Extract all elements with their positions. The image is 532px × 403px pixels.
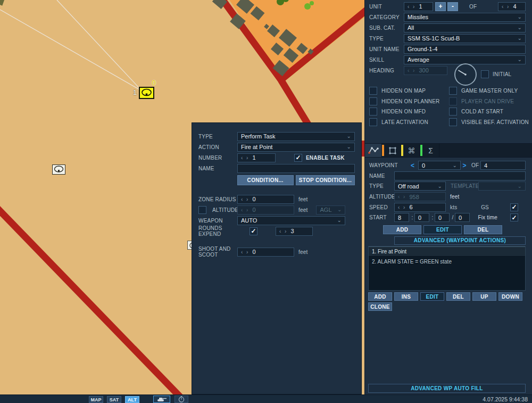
waypoint-row: WAYPOINT < 0 ⌄ > OF 4: [369, 160, 526, 171]
template-select[interactable]: ⌄: [478, 182, 526, 191]
waypoint-select[interactable]: 0 ⌄: [418, 161, 461, 170]
unit-name-input[interactable]: Ground-1-4: [404, 45, 526, 54]
stepper-arrows-icon: ‹ ›: [408, 4, 415, 10]
task-list-item[interactable]: 1. Fire at Point: [369, 246, 525, 257]
task-type-select[interactable]: Perform Task ⌄: [237, 132, 355, 141]
flag-hidden-on-planner[interactable]: HIDDEN ON PLANNER: [369, 97, 449, 105]
stop-condition-button[interactable]: STOP CONDITION...: [296, 175, 355, 185]
flag-game-master-only[interactable]: GAME MASTER ONLY: [449, 87, 526, 95]
tab-summary[interactable]: Σ: [422, 144, 439, 157]
task-clone-button[interactable]: CLONE: [368, 302, 392, 311]
wp-speed-stepper[interactable]: ‹ › 6: [394, 203, 446, 212]
task-action-select[interactable]: Fire at Point ⌄: [237, 143, 355, 152]
unit-count-stepper[interactable]: ‹ › 4: [498, 2, 526, 11]
condition-button[interactable]: CONDITION...: [237, 175, 294, 185]
skill-select[interactable]: Average ⌄: [404, 55, 526, 64]
prev-waypoint-button[interactable]: <: [411, 162, 418, 169]
game-master-only-checkbox[interactable]: [449, 87, 457, 95]
rounds-expend-stepper[interactable]: ‹ › 3: [276, 227, 313, 236]
sat-layer-button[interactable]: SAT: [107, 396, 121, 403]
wp-del-button[interactable]: DEL: [464, 225, 502, 234]
chevron-down-icon: ⌄: [347, 134, 351, 138]
wp-type-select[interactable]: Off road ⌄: [394, 182, 446, 191]
late-activation-checkbox[interactable]: [369, 118, 377, 126]
hidden-on-mfd-checkbox[interactable]: [369, 108, 377, 116]
shoot-and-scoot-stepper[interactable]: ‹ › 0: [237, 248, 294, 257]
fix-time-checkbox[interactable]: ✓: [510, 213, 518, 221]
zone-radius-stepper[interactable]: ‹ › 0: [237, 195, 294, 204]
advanced-wp-auto-fill-button[interactable]: ADVANCED WP AUTO FILL: [368, 384, 526, 393]
waypoint-tabbar: ⌘ Σ: [365, 143, 532, 158]
wp-edit-button[interactable]: EDIT: [423, 225, 462, 234]
next-waypoint-button[interactable]: >: [461, 162, 468, 169]
agl-select[interactable]: AGL ⌄: [316, 205, 345, 215]
rounds-expend-checkbox[interactable]: ✓: [250, 227, 257, 235]
task-ins-button[interactable]: INS: [394, 292, 418, 301]
add-unit-button[interactable]: +: [435, 2, 446, 11]
flag-hidden-on-map[interactable]: HIDDEN ON MAP: [369, 87, 449, 95]
task-edit-button[interactable]: EDIT: [420, 292, 444, 301]
time-toggle-button[interactable]: [174, 396, 188, 403]
wp-add-button[interactable]: ADD: [383, 225, 421, 234]
subcategory-select[interactable]: All ⌄: [404, 23, 526, 32]
start-day-input[interactable]: 0: [455, 213, 470, 222]
dialog-altitude-stepper[interactable]: ‹ › 0: [237, 205, 294, 215]
check-icon: ✓: [295, 154, 301, 161]
ground-units-toggle-button[interactable]: [153, 396, 170, 403]
unit-of-label: OF: [469, 4, 477, 10]
flag-cold-at-start[interactable]: COLD AT START: [449, 108, 526, 116]
task-buttons-row: ADD INS EDIT DEL UP DOWN: [368, 292, 527, 301]
remove-unit-button[interactable]: -: [447, 2, 458, 11]
cold-at-start-checkbox[interactable]: [449, 108, 457, 116]
chevron-down-icon: ⌄: [438, 184, 442, 188]
weapon-select[interactable]: AUTO ⌄: [237, 216, 345, 225]
task-name-input[interactable]: [237, 164, 355, 173]
enable-task-checkbox[interactable]: ✓: [294, 154, 302, 162]
visible-bef-activation-checkbox[interactable]: [449, 118, 457, 126]
task-up-button[interactable]: UP: [472, 292, 496, 301]
wp-name-input[interactable]: [394, 171, 526, 180]
task-number-stepper[interactable]: ‹ › 1: [237, 153, 276, 162]
wp-start-row: START 8 : 0 : 0 / 0 Fix time ✓: [369, 212, 526, 223]
dialog-altitude-row: ALTITUDE ‹ › 0 feet AGL ⌄: [198, 204, 355, 215]
unit-type-select[interactable]: SSM SS-1C Scud-B ⌄: [404, 34, 526, 43]
stepper-arrows-icon: ‹ ›: [398, 204, 406, 210]
chevron-down-icon: ⌄: [518, 26, 522, 30]
task-del-button[interactable]: DEL: [446, 292, 470, 301]
tab-triggers[interactable]: [384, 144, 401, 157]
flag-late-activation[interactable]: LATE ACTIVATION: [369, 118, 449, 126]
stepper-arrows-icon: ‹ ›: [398, 194, 406, 200]
hidden-on-map-checkbox[interactable]: [369, 87, 377, 95]
tab-commands[interactable]: ⌘: [403, 144, 420, 157]
heading-dial[interactable]: [454, 63, 477, 86]
task-down-button[interactable]: DOWN: [498, 292, 522, 301]
task-add-button[interactable]: ADD: [368, 292, 392, 301]
gs-checkbox[interactable]: ✓: [510, 203, 518, 211]
unit-marker[interactable]: [52, 165, 65, 175]
advanced-waypoint-actions-button[interactable]: ADVANCED (WAYPOINT ACTIONS): [394, 236, 526, 245]
initial-checkbox[interactable]: [481, 70, 489, 78]
tab-route[interactable]: [365, 144, 382, 157]
map-layer-button[interactable]: MAP: [89, 396, 103, 403]
player-can-drive-checkbox: [449, 97, 457, 105]
category-select[interactable]: Missiles ⌄: [404, 13, 526, 22]
start-hours-input[interactable]: 8: [394, 213, 409, 222]
flag-hidden-on-mfd[interactable]: HIDDEN ON MFD: [369, 108, 449, 116]
alt-layer-button[interactable]: ALT: [125, 396, 139, 403]
stepper-arrows-icon: ‹ ›: [241, 249, 249, 255]
task-list-item[interactable]: 2. ALARM STATE = GREEN state: [369, 257, 525, 267]
start-minutes-input[interactable]: 0: [414, 213, 429, 222]
heading-stepper[interactable]: ‹ › 300: [404, 66, 447, 75]
unit-index-stepper[interactable]: ‹ › 1: [404, 2, 433, 11]
condition-buttons-row: CONDITION... STOP CONDITION...: [198, 175, 355, 186]
waypoint-task-list[interactable]: 1. Fire at Point 2. ALARM STATE = GREEN …: [368, 246, 526, 291]
start-seconds-input[interactable]: 0: [435, 213, 450, 222]
wp-altitude-stepper[interactable]: ‹ › 958: [394, 192, 446, 201]
altitude-checkbox[interactable]: [198, 206, 206, 214]
task-number-row: NUMBER ‹ › 1 ✓ ENABLE TASK: [198, 152, 355, 163]
task-action-row: ACTION Fire at Point ⌄: [198, 142, 355, 152]
flag-visible-bef-activation[interactable]: VISIBLE BEF. ACTIVATION: [449, 118, 526, 126]
weapon-row: WEAPON AUTO ⌄: [198, 215, 355, 226]
hidden-on-planner-checkbox[interactable]: [369, 97, 377, 105]
unit-marker-selected[interactable]: 1 0: [139, 87, 154, 99]
